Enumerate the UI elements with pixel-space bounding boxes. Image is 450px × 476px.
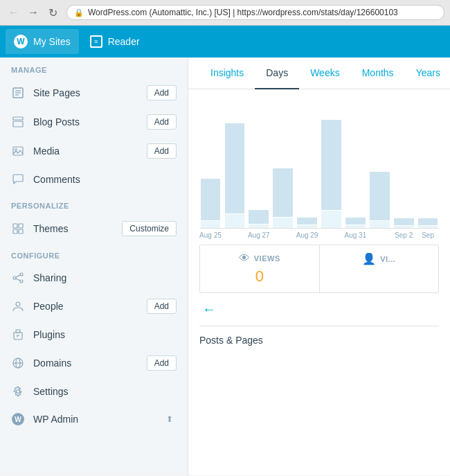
settings-icon — [11, 385, 25, 398]
svg-rect-11 — [19, 229, 23, 233]
visitors-person-icon: 👤 — [362, 252, 376, 265]
sidebar: Manage Site Pages Add — [0, 58, 188, 475]
visitors-label: VI... — [380, 255, 395, 263]
chart-label-aug29: Aug 29 — [296, 231, 318, 239]
address-bar[interactable]: 🔒 WordPress.com (Automattic, Inc.) [US] … — [66, 5, 444, 20]
wp-admin-bar: W My Sites ≡ Reader — [0, 26, 450, 58]
media-icon — [11, 144, 25, 158]
themes-label: Themes — [33, 223, 69, 234]
sharing-label: Sharing — [33, 272, 66, 283]
sidebar-item-blog-posts[interactable]: Blog Posts Add — [0, 107, 188, 136]
sidebar-item-wp-admin[interactable]: W WP Admin ⬆ — [0, 405, 188, 433]
tab-days[interactable]: Days — [255, 58, 299, 89]
themes-customize-button[interactable]: Customize — [122, 221, 177, 236]
secure-icon: 🔒 — [74, 8, 84, 17]
main-layout: Manage Site Pages Add — [0, 58, 450, 475]
external-link-icon: ⬆ — [163, 412, 177, 426]
svg-rect-18 — [16, 330, 20, 333]
my-sites-button[interactable]: W My Sites — [6, 29, 79, 54]
sidebar-item-media[interactable]: Media Add — [0, 136, 188, 166]
navigation-section: ← — [199, 293, 439, 326]
reader-label: Reader — [108, 36, 140, 47]
browser-chrome: ← → ↻ 🔒 WordPress.com (Automattic, Inc.)… — [0, 0, 450, 26]
plugins-icon — [11, 328, 25, 342]
reader-button[interactable]: ≡ Reader — [82, 30, 148, 53]
stats-summary: 👁 VIEWS 0 👤 VI... — [199, 245, 439, 293]
reader-icon: ≡ — [90, 35, 102, 48]
stats-tabs: Insights Days Weeks Months Years — [188, 58, 450, 89]
blog-posts-label: Blog Posts — [33, 116, 80, 127]
svg-point-14 — [20, 280, 23, 283]
chart-label-aug25: Aug 25 — [199, 231, 222, 239]
content-area: Insights Days Weeks Months Years — [188, 58, 450, 475]
comments-label: Comments — [33, 174, 80, 185]
svg-rect-6 — [13, 147, 23, 155]
views-block: 👁 VIEWS 0 — [200, 245, 320, 292]
svg-rect-10 — [13, 229, 17, 233]
wp-admin-label: WP Admin — [33, 414, 78, 425]
svg-point-17 — [16, 302, 20, 306]
manage-section-label: Manage — [0, 58, 188, 78]
address-text: WordPress.com (Automattic, Inc.) [US] | … — [88, 8, 398, 17]
svg-point-24 — [17, 390, 20, 394]
svg-line-15 — [16, 275, 20, 277]
personalize-section-label: Personalize — [0, 193, 188, 214]
tab-insights[interactable]: Insights — [199, 58, 255, 89]
configure-section-label: Configure — [0, 243, 188, 264]
reload-button[interactable]: ↻ — [44, 4, 61, 21]
wp-logo: W — [14, 35, 28, 49]
site-pages-label: Site Pages — [33, 87, 80, 98]
sidebar-item-people[interactable]: People Add — [0, 292, 188, 321]
people-icon — [11, 299, 25, 313]
blog-posts-add-button[interactable]: Add — [147, 114, 177, 130]
sidebar-item-plugins[interactable]: Plugins — [0, 321, 188, 349]
sidebar-item-sharing[interactable]: Sharing — [0, 264, 188, 292]
sidebar-item-settings[interactable]: Settings — [0, 378, 188, 405]
media-label: Media — [33, 146, 60, 157]
domains-add-button[interactable]: Add — [147, 355, 177, 371]
svg-rect-9 — [19, 224, 23, 228]
tab-years[interactable]: Years — [405, 58, 450, 89]
chart-label-sep2: Sep 2 — [393, 231, 415, 239]
my-sites-label: My Sites — [33, 36, 71, 47]
chart-label-aug31: Aug 31 — [344, 231, 366, 239]
tab-months[interactable]: Months — [351, 58, 405, 89]
svg-line-16 — [16, 279, 20, 281]
chart-label-aug27: Aug 27 — [248, 231, 270, 239]
chart-label-sep: Sep — [417, 231, 439, 239]
svg-point-12 — [20, 273, 23, 276]
themes-icon — [11, 222, 25, 236]
svg-point-13 — [13, 276, 16, 279]
forward-button[interactable]: → — [25, 4, 42, 21]
back-arrow[interactable]: ← — [199, 299, 219, 320]
sharing-icon — [11, 271, 25, 285]
sidebar-item-domains[interactable]: Domains Add — [0, 349, 188, 378]
people-label: People — [33, 301, 64, 312]
plugins-label: Plugins — [33, 329, 65, 340]
site-pages-icon — [11, 86, 25, 100]
browser-nav-buttons: ← → ↻ — [6, 4, 61, 21]
chart-x-labels: Aug 25 Aug 27 Aug 29 Aug 31 Sep 2 Sep — [199, 231, 439, 239]
tab-weeks[interactable]: Weeks — [299, 58, 351, 89]
media-add-button[interactable]: Add — [147, 143, 177, 159]
browser-toolbar: ← → ↻ 🔒 WordPress.com (Automattic, Inc.)… — [0, 0, 450, 25]
sidebar-item-site-pages[interactable]: Site Pages Add — [0, 78, 188, 107]
views-count: 0 — [255, 267, 264, 285]
comments-icon — [11, 173, 25, 186]
domains-icon — [11, 356, 25, 370]
svg-point-7 — [15, 149, 17, 151]
wp-admin-icon: W — [11, 412, 25, 426]
svg-rect-5 — [13, 121, 23, 127]
sidebar-item-themes[interactable]: Themes Customize — [0, 214, 188, 243]
views-eye-icon: 👁 — [239, 252, 250, 265]
site-pages-add-button[interactable]: Add — [147, 85, 177, 100]
svg-rect-8 — [13, 224, 17, 228]
chart-area: Aug 25 Aug 27 Aug 29 Aug 31 Sep 2 Sep 👁 — [188, 89, 450, 475]
back-button[interactable]: ← — [6, 4, 22, 21]
blog-posts-icon — [11, 115, 25, 129]
sidebar-item-comments[interactable]: Comments — [0, 166, 188, 193]
bar-chart — [199, 100, 439, 229]
posts-pages-title: Posts & Pages — [199, 335, 263, 346]
posts-pages-section: Posts & Pages — [199, 326, 439, 354]
people-add-button[interactable]: Add — [147, 299, 177, 314]
